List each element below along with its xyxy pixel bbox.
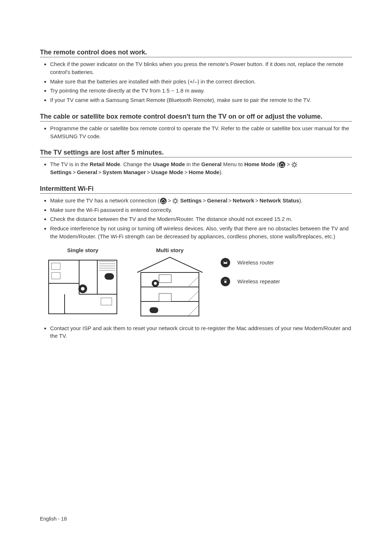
breadcrumb-separator: > (147, 169, 150, 175)
svg-point-36 (81, 287, 85, 291)
diagram-legend: Wireless router Wireless repeater (221, 258, 280, 286)
svg-point-0 (279, 161, 285, 168)
settings-label: Settings (50, 169, 72, 175)
breadcrumb-separator: > (98, 169, 102, 175)
legend-label: Wireless repeater (237, 278, 280, 284)
svg-line-7 (296, 166, 297, 167)
list-cable: Programme the cable or satellite box rem… (40, 124, 352, 140)
svg-line-9 (296, 163, 297, 164)
svg-point-1 (293, 163, 296, 166)
list-item: Try pointing the remote directly at the … (50, 87, 352, 95)
text: ( (275, 161, 278, 167)
page-footer: English - 18 (40, 516, 67, 522)
list-item: If your TV came with a Samsung Smart Rem… (50, 96, 352, 104)
general-label: General (201, 161, 222, 167)
gear-icon (291, 162, 297, 168)
svg-rect-44 (159, 293, 171, 301)
network-status-label: Network Status (260, 197, 299, 204)
diagram-single-story: Single story (46, 247, 119, 318)
diagram-title: Multi story (134, 247, 206, 253)
svg-point-46 (154, 282, 157, 285)
home-mode-label: Home Mode (244, 161, 275, 167)
home-icon (160, 198, 167, 204)
retail-mode-label: Retail Mode (90, 161, 120, 167)
svg-rect-48 (224, 262, 227, 264)
text: . Change the (120, 161, 153, 167)
text: The TV is in the (50, 161, 90, 167)
breadcrumb-separator: > (287, 161, 290, 167)
svg-rect-43 (159, 275, 171, 283)
legend-row-router: Wireless router (221, 258, 280, 267)
usage-mode-label: Usage Mode (151, 169, 183, 175)
list-item: Make sure the Wi-Fi password is entered … (50, 206, 352, 214)
breadcrumb-separator: > (228, 197, 232, 204)
usage-mode-label: Usage Mode (153, 161, 185, 167)
diagram-title: Single story (46, 247, 119, 253)
list-item: Programme the cable or satellite box rem… (50, 124, 352, 140)
diagram-row: Single story (46, 247, 352, 318)
text: Make sure the TV has a network connectio… (50, 197, 160, 204)
house-cross-section-image (134, 256, 206, 318)
list-item: Make sure that the batteries are install… (50, 78, 352, 86)
home-icon (279, 161, 285, 168)
svg-rect-34 (105, 273, 114, 280)
repeater-icon (221, 277, 230, 286)
svg-line-19 (177, 199, 177, 200)
svg-line-49 (224, 261, 224, 262)
svg-point-11 (174, 200, 177, 202)
list-settings-lost: The TV is in the Retail Mode. Change the… (40, 160, 352, 176)
system-manager-label: System Manager (103, 169, 146, 175)
settings-label: Settings (180, 197, 201, 204)
list-item: Check if the power indicator on the TV b… (50, 60, 352, 76)
heading-wifi: Intermittent Wi-Fi (40, 185, 352, 194)
general-label: General (207, 197, 227, 204)
svg-line-18 (173, 202, 174, 203)
list-item: Make sure the TV has a network connectio… (50, 197, 352, 205)
list-wifi-continued: Contact your ISP and ask them to reset y… (40, 324, 352, 340)
page: The remote control does not work. Check … (0, 0, 392, 542)
network-label: Network (233, 197, 254, 204)
list-item: Reduce interference by not using or turn… (50, 225, 352, 241)
gear-icon (172, 198, 178, 204)
list-item: The TV is in the Retail Mode. Change the… (50, 160, 352, 176)
legend-row-repeater: Wireless repeater (221, 277, 280, 286)
list-wifi: Make sure the TV has a network connectio… (40, 197, 352, 241)
svg-line-16 (173, 199, 174, 200)
breadcrumb-separator: > (73, 169, 76, 175)
heading-remote: The remote control does not work. (40, 49, 352, 57)
list-remote: Check if the power indicator on the TV b… (40, 60, 352, 104)
svg-point-51 (224, 281, 226, 283)
svg-rect-47 (150, 307, 158, 313)
legend-label: Wireless router (237, 259, 274, 266)
general-label: General (77, 169, 97, 175)
svg-point-10 (160, 198, 167, 204)
text: in the (185, 161, 201, 167)
text: Menu to (221, 161, 244, 167)
floorplan-image (46, 256, 119, 318)
svg-line-50 (226, 261, 227, 262)
breadcrumb-separator: > (255, 197, 258, 204)
heading-settings-lost: The TV settings are lost after 5 minutes… (40, 149, 352, 157)
list-item: Check the distance between the TV and th… (50, 215, 352, 223)
heading-cable: The cable or satellite box remote contro… (40, 113, 352, 122)
breadcrumb-separator: > (203, 197, 206, 204)
text: ). (299, 197, 302, 204)
breadcrumb-separator: > (168, 197, 171, 204)
list-item: Contact your ISP and ask them to reset y… (50, 324, 352, 340)
svg-line-8 (292, 166, 293, 167)
svg-line-17 (177, 202, 177, 203)
text: ). (220, 169, 223, 175)
router-icon (221, 258, 230, 267)
breadcrumb-separator: > (184, 169, 188, 175)
diagram-multi-story: Multi story (134, 247, 206, 318)
home-mode-label: Home Mode (189, 169, 220, 175)
svg-line-6 (292, 163, 293, 164)
